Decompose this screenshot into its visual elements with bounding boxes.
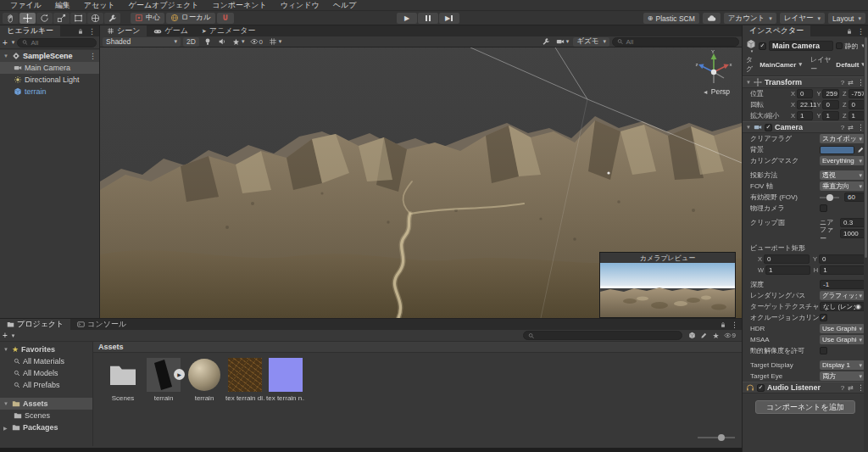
panel-menu-icon[interactable]: ⋮ — [88, 27, 96, 36]
audio-listener-enabled-checkbox[interactable]: ✓ — [757, 384, 765, 392]
projection-dropdown[interactable]: 透視▾ — [820, 170, 865, 180]
static-dropdown[interactable]: 静的 ▾ — [836, 42, 865, 51]
asset-tile-terrain-material[interactable]: terrain — [185, 358, 224, 402]
slider-thumb[interactable] — [718, 434, 725, 441]
audio-listener-header[interactable]: ✓ Audio Listener ?⇄⋮ — [743, 382, 868, 393]
label-icon[interactable] — [700, 332, 708, 339]
position-x-field[interactable]: 0 — [797, 89, 813, 98]
camera-enabled-checkbox[interactable]: ✓ — [765, 124, 772, 131]
fov-slider[interactable] — [820, 197, 839, 198]
presets-icon[interactable]: ⇄ — [848, 124, 854, 131]
project-search-input[interactable] — [537, 332, 677, 339]
pivot-toggle-button[interactable]: 中心 — [131, 13, 164, 24]
lock-icon[interactable] — [720, 321, 726, 328]
rendering-path-dropdown[interactable]: グラフィックス設定を使用▾ — [820, 291, 865, 300]
menu-file[interactable]: ファイル — [3, 0, 48, 11]
hierarchy-item-directional-light[interactable]: Directional Light — [0, 74, 99, 86]
scale-z-field[interactable]: 1 — [849, 111, 865, 120]
hierarchy-search[interactable] — [17, 38, 97, 47]
fov-value-field[interactable]: 60 — [844, 193, 865, 202]
favorites-all-models[interactable]: All Models — [0, 367, 92, 379]
asset-tile-tex-terrain-diffuse[interactable]: tex terrain di… — [225, 358, 264, 402]
static-checkbox[interactable] — [836, 42, 843, 49]
lock-icon[interactable] — [846, 28, 853, 35]
scene-orientation-gizmo[interactable]: Y x z — [694, 49, 733, 90]
thumbnail-size-slider[interactable] — [698, 434, 735, 441]
create-button[interactable]: + — [3, 331, 8, 340]
hierarchy-scene-row[interactable]: ▼ SampleScene ⋮ — [0, 50, 99, 62]
layout-dropdown[interactable]: Layout▾ — [828, 13, 865, 24]
menu-assets[interactable]: アセット — [77, 0, 122, 11]
depth-field[interactable]: -1 — [820, 280, 865, 289]
effects-dropdown[interactable]: ▾ — [231, 38, 247, 46]
viewport-w-field[interactable]: 1 — [765, 265, 810, 275]
position-z-field[interactable]: -757 — [849, 89, 865, 98]
scene-menu-icon[interactable]: ⋮ — [89, 52, 99, 60]
tab-inspector[interactable]: インスペクター — [743, 25, 810, 36]
presets-icon[interactable]: ⇄ — [848, 79, 854, 86]
rotation-z-field[interactable]: 0 — [849, 100, 865, 109]
viewport-x-field[interactable]: 0 — [764, 254, 810, 264]
background-color-swatch[interactable] — [820, 146, 854, 154]
foldout-icon[interactable]: ▼ — [3, 53, 9, 59]
help-icon[interactable]: ? — [841, 124, 844, 131]
layer-dropdown[interactable]: Default▾ — [836, 61, 865, 69]
tag-dropdown[interactable]: MainCamer▾ — [760, 61, 802, 69]
viewport-h-field[interactable]: 1 — [820, 265, 865, 275]
rect-tool-button[interactable] — [70, 13, 86, 24]
scale-tool-button[interactable] — [53, 13, 70, 24]
tab-scene[interactable]: シーン — [100, 25, 147, 36]
favorites-all-materials[interactable]: All Materials — [0, 355, 92, 367]
clip-far-field[interactable]: 1000 — [840, 229, 865, 238]
foldout-icon[interactable]: ▼ — [746, 80, 751, 85]
tab-hierarchy[interactable]: ヒエラルキー — [0, 25, 60, 36]
asset-tile-tex-terrain-normal[interactable]: tex terrain n… — [266, 358, 305, 402]
tab-game[interactable]: ゲーム — [147, 25, 194, 36]
lock-icon[interactable] — [77, 28, 84, 35]
custom-tool-button[interactable] — [104, 13, 120, 24]
scene-visibility-toggle[interactable]: 0 — [248, 37, 264, 46]
hierarchy-item-terrain[interactable]: terrain — [0, 86, 99, 98]
presets-icon[interactable]: ⇄ — [848, 384, 854, 392]
panel-menu-icon[interactable]: ⋮ — [731, 321, 738, 329]
pause-button[interactable] — [418, 13, 438, 24]
foldout-icon[interactable]: ▼ — [746, 125, 751, 130]
viewport-y-field[interactable]: 0 — [819, 254, 865, 264]
scene-search-input[interactable] — [626, 38, 734, 46]
menu-gameobject[interactable]: ゲームオブジェクト — [122, 0, 206, 11]
dynamic-resolution-checkbox[interactable] — [820, 347, 827, 354]
help-icon[interactable]: ? — [841, 79, 844, 86]
panel-menu-icon[interactable]: ⋮ — [857, 27, 865, 36]
menu-component[interactable]: コンポーネント — [205, 0, 273, 11]
space-toggle-button[interactable]: ローカル — [166, 13, 215, 24]
gameobject-icon[interactable]: ▾ — [746, 39, 756, 53]
target-display-dropdown[interactable]: Display 1▾ — [820, 360, 865, 370]
foldout-icon[interactable]: ▼ — [3, 347, 9, 352]
projection-mode-label[interactable]: ◄ Persp — [703, 87, 730, 96]
transform-header[interactable]: ▼ Transform ?⇄⋮ — [743, 76, 868, 88]
target-eye-dropdown[interactable]: 両方▾ — [820, 371, 865, 381]
tab-project[interactable]: プロジェクト — [0, 319, 70, 330]
scale-y-field[interactable]: 1 — [822, 111, 838, 120]
menu-window[interactable]: ウィンドウ — [274, 0, 326, 11]
clear-flags-dropdown[interactable]: スカイボックス▾ — [820, 134, 865, 143]
cloud-button[interactable] — [703, 13, 721, 24]
lighting-toggle[interactable] — [202, 37, 214, 46]
msaa-dropdown[interactable]: Use Graphics Settin▾ — [820, 335, 865, 344]
packages-row[interactable]: ▶ Packages — [0, 421, 92, 433]
hdr-dropdown[interactable]: Use Graphics Settin▾ — [820, 324, 865, 333]
fov-slider-thumb[interactable] — [826, 194, 833, 201]
2d-toggle[interactable]: 2D — [183, 37, 199, 47]
component-tools-button[interactable] — [540, 37, 552, 46]
foldout-icon[interactable]: ▼ — [3, 401, 9, 406]
favorites-row[interactable]: ▼ ★ Favorites — [0, 343, 92, 355]
menu-help[interactable]: ヘルプ — [326, 0, 364, 11]
help-icon[interactable]: ? — [841, 384, 844, 392]
step-button[interactable]: ▶ — [439, 13, 459, 24]
audio-toggle[interactable] — [216, 37, 228, 46]
target-texture-field[interactable]: なし (レンダーテクスチャ)◉ — [820, 302, 865, 311]
scenes-folder-row[interactable]: Scenes — [0, 410, 92, 421]
plastic-scm-button[interactable]: ⊕ Plastic SCM — [643, 13, 699, 24]
position-y-field[interactable]: 259 — [822, 89, 838, 98]
project-search[interactable] — [523, 331, 682, 340]
